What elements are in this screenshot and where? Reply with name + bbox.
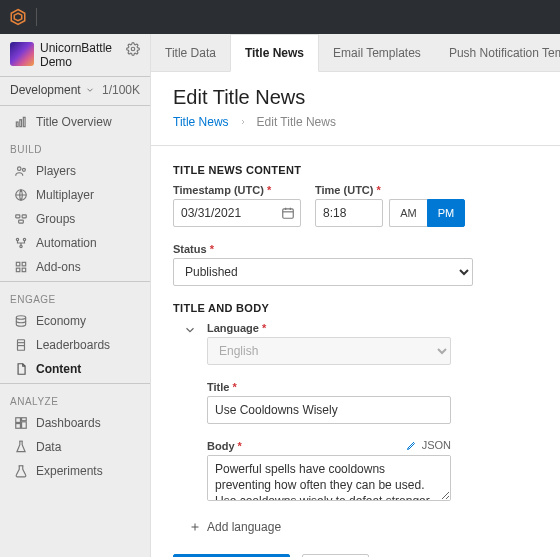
sidebar-item-title-overview[interactable]: Title Overview [0, 110, 150, 134]
project-icon [10, 42, 34, 66]
brand-logo[interactable] [8, 7, 28, 27]
svg-rect-11 [19, 220, 24, 223]
sidebar-item-label: Title Overview [36, 115, 112, 129]
dashboards-icon [14, 416, 28, 430]
sidebar-item-label: Data [36, 440, 61, 454]
sidebar-item-label: Multiplayer [36, 188, 94, 202]
chevron-down-icon[interactable] [183, 323, 197, 337]
tab-push-notification-templates[interactable]: Push Notification Templates [435, 34, 560, 71]
pencil-icon [406, 439, 418, 451]
svg-rect-26 [16, 423, 21, 428]
svg-rect-10 [22, 215, 26, 218]
svg-point-6 [18, 167, 22, 171]
timestamp-input[interactable] [173, 199, 301, 227]
svg-rect-16 [22, 262, 26, 266]
svg-rect-15 [16, 262, 20, 266]
svg-point-12 [16, 238, 18, 240]
page-title: Edit Title News [173, 86, 538, 109]
svg-rect-25 [22, 421, 27, 427]
sidebar-item-leaderboards[interactable]: Leaderboards [0, 333, 150, 357]
svg-point-19 [16, 315, 25, 319]
chevron-right-icon [239, 118, 247, 126]
am-button[interactable]: AM [389, 199, 427, 227]
svg-rect-17 [16, 268, 20, 272]
leaderboards-icon [14, 338, 28, 352]
data-icon [14, 440, 28, 454]
automation-icon [14, 236, 28, 250]
sidebar-item-economy[interactable]: Economy [0, 309, 150, 333]
tab-title-data[interactable]: Title Data [151, 34, 230, 71]
players-icon [14, 164, 28, 178]
sidebar-item-addons[interactable]: Add-ons [0, 255, 150, 279]
svg-rect-9 [16, 215, 20, 218]
sidebar-item-label: Add-ons [36, 260, 81, 274]
svg-point-2 [131, 47, 135, 51]
body-textarea[interactable]: Powerful spells have cooldowns preventin… [207, 455, 451, 501]
sidebar-item-label: Economy [36, 314, 86, 328]
sidebar-item-players[interactable]: Players [0, 159, 150, 183]
plus-icon [189, 521, 201, 533]
project-name: UnicornBattle Demo [40, 42, 120, 70]
environment-selector[interactable]: Development [10, 83, 95, 97]
title-label: Title * [207, 381, 538, 393]
groups-icon [14, 212, 28, 226]
chart-bar-icon [14, 115, 28, 129]
json-edit-toggle[interactable]: JSON [406, 439, 451, 451]
usage-counter: 1/100K [102, 83, 140, 97]
sidebar-item-data[interactable]: Data [0, 435, 150, 459]
sidebar-item-label: Automation [36, 236, 97, 250]
section-title-news-content: TITLE NEWS CONTENT [173, 164, 538, 176]
sidebar-item-experiments[interactable]: Experiments [0, 459, 150, 483]
timestamp-label: Timestamp (UTC) * [173, 184, 301, 196]
sidebar-item-label: Players [36, 164, 76, 178]
add-language-button[interactable]: Add language [189, 520, 538, 534]
time-label: Time (UTC) * [315, 184, 465, 196]
language-label: Language * [207, 322, 538, 334]
title-input[interactable] [207, 396, 451, 424]
svg-rect-23 [16, 417, 21, 422]
section-label-build: BUILD [0, 134, 150, 159]
gear-icon[interactable] [126, 42, 140, 56]
tab-title-news[interactable]: Title News [230, 34, 319, 72]
section-title-and-body: TITLE AND BODY [173, 302, 538, 314]
pm-button[interactable]: PM [427, 199, 465, 227]
sidebar-item-content[interactable]: Content [0, 357, 150, 381]
language-select[interactable]: English [207, 337, 451, 365]
svg-point-14 [20, 245, 22, 247]
svg-point-13 [23, 238, 25, 240]
breadcrumb-leaf: Edit Title News [257, 115, 336, 129]
breadcrumb: Title News Edit Title News [173, 115, 538, 129]
svg-marker-1 [14, 13, 22, 21]
sidebar-item-label: Dashboards [36, 416, 101, 430]
environment-label: Development [10, 83, 81, 97]
sidebar-item-groups[interactable]: Groups [0, 207, 150, 231]
status-label: Status * [173, 243, 538, 255]
sidebar-item-automation[interactable]: Automation [0, 231, 150, 255]
time-input[interactable] [315, 199, 383, 227]
tab-bar: Title Data Title News Email Templates Pu… [151, 34, 560, 72]
svg-rect-18 [22, 268, 26, 272]
svg-point-7 [22, 168, 25, 171]
sidebar-item-dashboards[interactable]: Dashboards [0, 411, 150, 435]
svg-rect-4 [20, 119, 22, 126]
sidebar-item-multiplayer[interactable]: Multiplayer [0, 183, 150, 207]
sidebar-item-label: Groups [36, 212, 75, 226]
chevron-down-icon [85, 85, 95, 95]
tab-email-templates[interactable]: Email Templates [319, 34, 435, 71]
sidebar-item-label: Content [36, 362, 81, 376]
svg-rect-3 [16, 122, 18, 127]
addons-icon [14, 260, 28, 274]
sidebar-item-label: Experiments [36, 464, 103, 478]
status-select[interactable]: Published [173, 258, 473, 286]
svg-rect-5 [23, 117, 25, 126]
sidebar-item-label: Leaderboards [36, 338, 110, 352]
economy-icon [14, 314, 28, 328]
section-label-engage: ENGAGE [0, 284, 150, 309]
topbar-divider [36, 8, 37, 26]
multiplayer-icon [14, 188, 28, 202]
svg-rect-24 [22, 417, 27, 420]
experiments-icon [14, 464, 28, 478]
breadcrumb-root[interactable]: Title News [173, 115, 229, 129]
body-label: Body * [207, 440, 538, 452]
section-label-analyze: ANALYZE [0, 386, 150, 411]
